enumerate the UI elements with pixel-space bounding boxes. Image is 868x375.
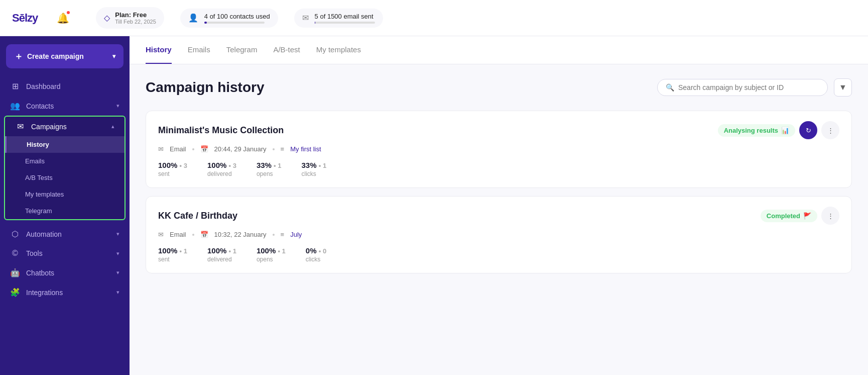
- campaign-name-2: KK Cafe / Birthday: [158, 211, 237, 221]
- campaign-meta-1: ✉ Email 📅 20:44, 29 January ≡ My first l…: [158, 145, 839, 153]
- sidebar-item-emails[interactable]: Emails: [5, 153, 125, 169]
- sidebar-item-automation[interactable]: ⬡ Automation ▾: [0, 224, 130, 244]
- header-actions: 🔍 ▼: [657, 78, 852, 97]
- campaign-1-actions: Analysing results 📊 ↻ ⋮: [718, 121, 839, 139]
- more-button-1[interactable]: ⋮: [821, 121, 839, 139]
- stat-opens-label-2: opens: [257, 256, 286, 263]
- emails-usage-bar: [315, 22, 375, 24]
- integrations-chevron-icon: ▾: [116, 289, 119, 296]
- sidebar-item-my-templates[interactable]: My templates: [5, 186, 125, 203]
- stat-sent-label-1: sent: [158, 170, 187, 177]
- automation-icon: ⬡: [10, 229, 20, 239]
- main-content: History Emails Telegram A/B-test My temp…: [130, 36, 868, 375]
- campaign-date-1: 20:44, 29 January: [214, 145, 267, 153]
- meta-dot-1: [192, 148, 194, 150]
- contacts-usage-bar: [204, 22, 265, 24]
- integrations-icon: 🧩: [10, 288, 20, 297]
- campaigns-chevron-icon: ▴: [111, 123, 114, 130]
- tab-history[interactable]: History: [146, 36, 172, 64]
- sidebar-item-contacts-label: Contacts: [26, 102, 54, 110]
- topbar: Sēlzy 🔔 ◇ Plan: Free Till Feb 22, 2025 👤…: [0, 0, 868, 36]
- campaign-card-header-1: Minimalist's Music Collection Analysing …: [158, 121, 839, 139]
- sidebar-item-dashboard[interactable]: ⊞ Dashboard: [0, 76, 130, 96]
- automation-chevron-icon: ▾: [116, 231, 119, 237]
- campaign-meta-2: ✉ Email 📅 10:32, 22 January ≡ July: [158, 231, 839, 238]
- plan-icon: ◇: [104, 13, 110, 23]
- search-input[interactable]: [678, 83, 819, 91]
- stat-delivered-value-2: 100% • 1: [207, 246, 236, 255]
- meta-dot-4: [273, 234, 275, 236]
- completed-icon: 🚩: [803, 212, 811, 220]
- tools-chevron-icon: ▾: [116, 250, 119, 257]
- tab-ab-test[interactable]: A/B-test: [273, 36, 300, 64]
- tabs-bar: History Emails Telegram A/B-test My temp…: [130, 36, 868, 64]
- sidebar-item-dashboard-label: Dashboard: [26, 82, 61, 90]
- filter-icon: ▼: [839, 83, 847, 92]
- logo: Sēlzy: [12, 12, 38, 25]
- email-type-icon-1: ✉: [158, 145, 164, 153]
- sidebar-item-tools-label: Tools: [26, 249, 43, 257]
- content-area: Campaign history 🔍 ▼ Minimalist's Music …: [130, 64, 868, 296]
- sidebar-item-contacts[interactable]: 👥 Contacts ▾: [0, 96, 130, 116]
- sidebar-item-telegram[interactable]: Telegram: [5, 203, 125, 219]
- status-badge-2: Completed 🚩: [761, 210, 817, 222]
- sidebar-item-tools[interactable]: © Tools ▾: [0, 244, 130, 263]
- emails-usage-info: 5 of 1500 email sent: [315, 13, 375, 24]
- layout: ＋ Create campaign ▾ ⊞ Dashboard 👥 Contac…: [0, 36, 868, 375]
- create-campaign-plus-icon: ＋: [14, 50, 23, 62]
- stat-clicks-value-2: 0% • 0: [306, 246, 326, 255]
- contacts-usage: 👤 4 of 100 contacts used: [180, 9, 278, 28]
- stat-sent-label-2: sent: [158, 256, 187, 263]
- contacts-usage-info: 4 of 100 contacts used: [204, 13, 270, 24]
- create-campaign-chevron-icon: ▾: [112, 53, 115, 60]
- filter-button[interactable]: ▼: [834, 78, 852, 97]
- sidebar-item-chatbots-label: Chatbots: [26, 269, 54, 277]
- stat-opens-1: 33% • 1 opens: [257, 161, 282, 177]
- analysing-icon: 📊: [781, 127, 789, 134]
- sidebar-item-history[interactable]: History: [5, 136, 125, 153]
- stat-delivered-value-1: 100% • 3: [207, 161, 236, 169]
- stat-sent-value-2: 100% • 1: [158, 246, 187, 255]
- campaign-date-2: 10:32, 22 January: [214, 231, 267, 238]
- tab-telegram[interactable]: Telegram: [226, 36, 258, 64]
- contacts-chevron-icon: ▾: [116, 103, 119, 109]
- stat-opens-value-2: 100% • 1: [257, 246, 286, 255]
- sidebar-item-chatbots[interactable]: 🤖 Chatbots ▾: [0, 263, 130, 283]
- sidebar-item-ab-tests[interactable]: A/B Tests: [5, 169, 125, 186]
- stat-sent-1: 100% • 3 sent: [158, 161, 187, 177]
- stat-clicks-label-2: clicks: [306, 256, 326, 263]
- meta-dot-3: [192, 234, 194, 236]
- emails-usage-label: 5 of 1500 email sent: [315, 13, 375, 20]
- refresh-button-1[interactable]: ↻: [799, 121, 817, 139]
- create-campaign-button[interactable]: ＋ Create campaign ▾: [6, 44, 123, 68]
- plan-name: Plan: Free: [115, 11, 156, 19]
- stat-opens-2: 100% • 1 opens: [257, 246, 286, 263]
- campaign-card-2: KK Cafe / Birthday Completed 🚩 ⋮ ✉ Email…: [146, 196, 852, 273]
- campaign-stats-1: 100% • 3 sent 100% • 3 delivered 33% • 1…: [158, 161, 839, 177]
- stat-delivered-label-2: delivered: [207, 256, 236, 263]
- campaign-name-1: Minimalist's Music Collection: [158, 125, 284, 136]
- stat-delivered-label-1: delivered: [207, 170, 236, 177]
- campaign-card-1: Minimalist's Music Collection Analysing …: [146, 111, 852, 188]
- stat-delivered-1: 100% • 3 delivered: [207, 161, 236, 177]
- tools-icon: ©: [10, 249, 20, 258]
- campaign-2-actions: Completed 🚩 ⋮: [761, 207, 839, 225]
- sidebar-item-campaigns-label: Campaigns: [31, 123, 67, 131]
- notifications-button[interactable]: 🔔: [54, 9, 72, 27]
- more-button-2[interactable]: ⋮: [821, 207, 839, 225]
- plan-info: ◇ Plan: Free Till Feb 22, 2025: [96, 7, 164, 29]
- campaign-stats-2: 100% • 1 sent 100% • 1 delivered 100% • …: [158, 246, 839, 263]
- campaign-list-1[interactable]: My first list: [290, 145, 321, 153]
- campaign-list-2[interactable]: July: [290, 231, 302, 238]
- calendar-icon-1: 📅: [200, 145, 208, 153]
- search-box[interactable]: 🔍: [657, 79, 828, 96]
- email-type-icon-2: ✉: [158, 231, 164, 238]
- emails-usage: ✉ 5 of 1500 email sent: [294, 9, 383, 28]
- contacts-usage-bar-fill: [204, 22, 207, 24]
- stat-delivered-2: 100% • 1 delivered: [207, 246, 236, 263]
- sidebar-item-integrations[interactable]: 🧩 Integrations ▾: [0, 283, 130, 302]
- tab-emails[interactable]: Emails: [188, 36, 210, 64]
- sidebar-item-campaigns[interactable]: ✉ Campaigns ▴: [5, 117, 125, 136]
- dashboard-icon: ⊞: [10, 81, 20, 91]
- tab-my-templates[interactable]: My templates: [316, 36, 361, 64]
